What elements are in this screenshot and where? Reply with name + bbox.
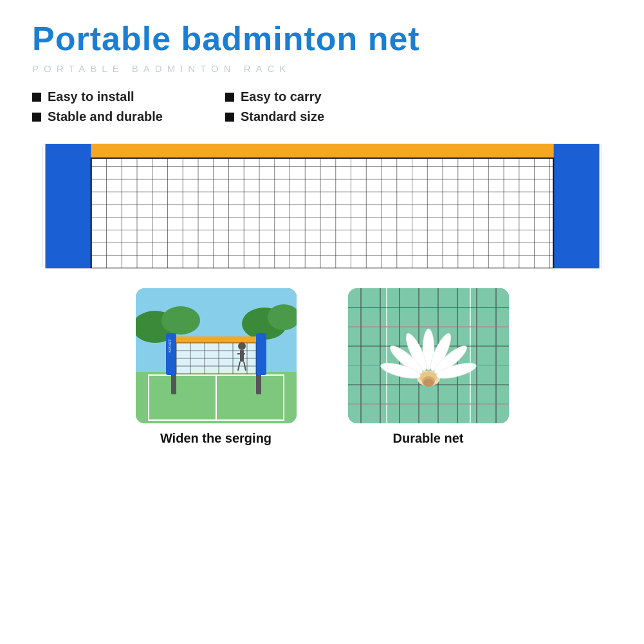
page: Portable badminton net PORTABLE BADMINTO… [0,0,644,644]
svg-point-109 [423,379,434,387]
image-caption-2: Durable net [392,431,463,446]
feature-label-3: Stable and durable [48,109,163,124]
feature-label-2: Easy to carry [241,89,322,104]
svg-rect-7 [91,158,553,268]
svg-text:SPORT: SPORT [167,338,172,353]
subtitle: PORTABLE BADMINTON RACK [32,63,612,74]
shuttlecock-svg [348,288,509,423]
image-caption-1: Widen the serging [160,431,271,446]
feature-label-4: Standard size [241,109,324,124]
svg-point-53 [161,306,200,335]
svg-rect-75 [240,350,244,362]
feature-item-3: Stable and durable [32,109,212,124]
bullet-icon-4 [225,113,234,122]
svg-rect-6 [91,144,553,158]
feature-label-1: Easy to install [48,89,134,104]
bullet-icon-1 [32,93,41,102]
bullet-icon-3 [32,113,41,122]
net-svg: SPORT NET SYSTEM SPORT [43,144,602,268]
net-image: SPORT NET SYSTEM SPORT [43,144,602,268]
image-box-shuttlecock [348,288,509,423]
bullet-icon-2 [225,93,234,102]
feature-item-2: Easy to carry [225,89,405,104]
image-card-1: SPORT [136,288,297,446]
feature-item-1: Easy to install [32,89,212,104]
svg-point-74 [238,342,246,350]
svg-rect-1 [45,144,91,268]
bottom-images: SPORT [32,288,612,446]
net-container: SPORT NET SYSTEM SPORT [42,143,602,269]
image-card-2: Durable net [348,288,509,446]
feature-item-4: Standard size [225,109,405,124]
features-list: Easy to install Easy to carry Stable and… [32,89,405,124]
svg-rect-4 [553,144,599,268]
svg-rect-61 [171,336,261,343]
svg-rect-63 [256,333,266,375]
main-title: Portable badminton net [32,19,612,58]
court-svg: SPORT [136,288,297,423]
image-box-court: SPORT [136,288,297,423]
